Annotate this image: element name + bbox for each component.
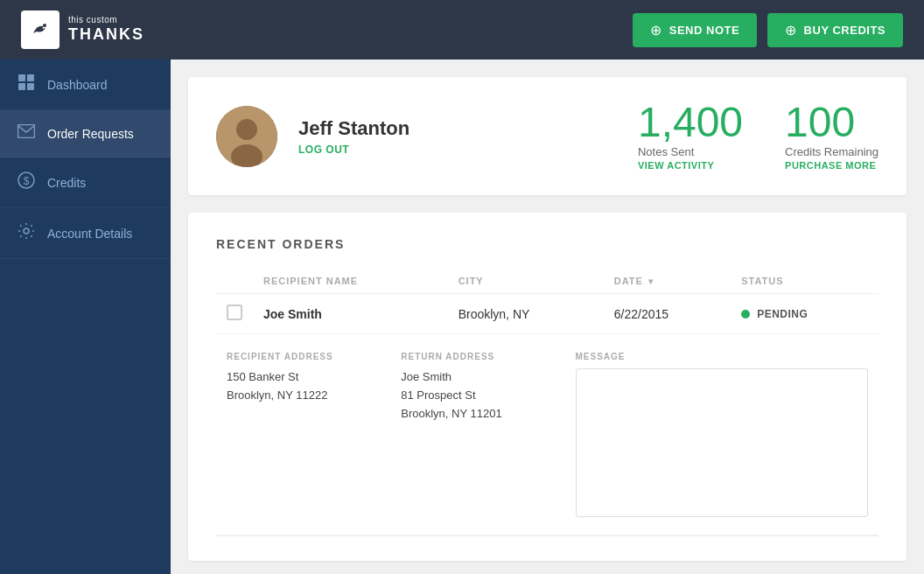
plus-circle-icon-2: ⊕ xyxy=(785,22,797,38)
date-cell: 6/22/2015 xyxy=(604,294,731,334)
logo: this custom THANKS xyxy=(21,10,144,49)
city-header: CITY xyxy=(448,269,604,294)
return-address-section: RETURN ADDRESS Joe Smith81 Prospect StBr… xyxy=(401,352,547,517)
table-header-row: RECIPIENT NAME CITY DATE ▾ STATUS xyxy=(216,269,878,294)
recipient-name: Joe Smith xyxy=(263,307,322,321)
svg-text:$: $ xyxy=(24,175,30,187)
orders-card: RECENT ORDERS RECIPIENT NAME CITY DATE ▾… xyxy=(188,213,906,561)
logo-line1: this custom xyxy=(68,15,144,25)
svg-rect-3 xyxy=(27,74,34,81)
logout-link[interactable]: LOG OUT xyxy=(298,144,617,156)
recipient-address-text: 150 Banker StBrooklyn, NY 11222 xyxy=(227,368,373,405)
sidebar-credits-label: Credits xyxy=(47,176,86,190)
return-address-text: Joe Smith81 Prospect StBrooklyn, NY 1120… xyxy=(401,368,547,423)
date-header-label: DATE xyxy=(614,276,643,286)
svg-rect-6 xyxy=(18,125,35,138)
message-section: MESSAGE xyxy=(576,352,869,517)
sidebar: Dashboard Order Requests $ Credits xyxy=(0,60,171,574)
stats-section: 1,400 Notes Sent VIEW ACTIVITY 100 Credi… xyxy=(638,102,878,171)
credits-remaining-count: 100 xyxy=(785,102,878,144)
recipient-address-label: RECIPIENT ADDRESS xyxy=(227,352,373,361)
date-header: DATE ▾ xyxy=(604,269,731,294)
buy-credits-label: BUY CREDITS xyxy=(804,24,886,37)
message-content xyxy=(576,368,869,517)
notes-sent-stat: 1,400 Notes Sent VIEW ACTIVITY xyxy=(638,102,743,171)
sidebar-item-dashboard[interactable]: Dashboard xyxy=(0,60,171,110)
avatar-image xyxy=(216,106,277,167)
orders-section-title: RECENT ORDERS xyxy=(216,237,878,251)
logo-text: this custom THANKS xyxy=(68,15,144,45)
send-note-button[interactable]: ⊕ SEND NOTE xyxy=(633,13,757,47)
svg-rect-2 xyxy=(18,74,25,81)
dollar-icon: $ xyxy=(18,172,35,193)
sidebar-account-details-label: Account Details xyxy=(47,227,132,241)
send-note-label: SEND NOTE xyxy=(669,24,739,37)
svg-rect-4 xyxy=(18,83,25,90)
credits-remaining-stat: 100 Credits Remaining PURCHASE MORE xyxy=(785,102,878,171)
logo-line2: THANKS xyxy=(68,25,144,45)
gear-icon xyxy=(18,222,35,244)
header-buttons: ⊕ SEND NOTE ⊕ BUY CREDITS xyxy=(633,13,903,47)
view-activity-link[interactable]: VIEW ACTIVITY xyxy=(638,160,743,171)
sort-icon: ▾ xyxy=(648,276,654,286)
envelope-icon xyxy=(18,124,35,143)
orders-table: RECIPIENT NAME CITY DATE ▾ STATUS xyxy=(216,269,878,536)
city-cell: Brooklyn, NY xyxy=(448,294,604,334)
svg-rect-5 xyxy=(27,83,34,90)
main-layout: Dashboard Order Requests $ Credits xyxy=(0,60,924,574)
row-checkbox-cell xyxy=(216,294,253,334)
plus-circle-icon: ⊕ xyxy=(650,22,662,38)
table-row: Joe Smith Brooklyn, NY 6/22/2015 PENDING xyxy=(216,294,878,334)
user-name: Jeff Stanton xyxy=(298,117,617,140)
dashboard-icon xyxy=(18,74,35,95)
recipient-name-cell: Joe Smith xyxy=(253,294,448,334)
status-text: PENDING xyxy=(757,308,808,320)
order-detail-row: RECIPIENT ADDRESS 150 Banker StBrooklyn,… xyxy=(216,334,878,536)
return-address-label: RETURN ADDRESS xyxy=(401,352,547,361)
app-header: this custom THANKS ⊕ SEND NOTE ⊕ BUY CRE… xyxy=(0,0,924,60)
message-label: MESSAGE xyxy=(576,352,869,361)
recipient-address-section: RECIPIENT ADDRESS 150 Banker StBrooklyn,… xyxy=(227,352,373,517)
user-info: Jeff Stanton LOG OUT xyxy=(298,117,617,156)
sidebar-item-credits[interactable]: $ Credits xyxy=(0,158,171,208)
order-detail: RECIPIENT ADDRESS 150 Banker StBrooklyn,… xyxy=(216,334,878,536)
buy-credits-button[interactable]: ⊕ BUY CREDITS xyxy=(767,13,903,47)
purchase-more-link[interactable]: PURCHASE MORE xyxy=(785,160,878,171)
sidebar-item-order-requests[interactable]: Order Requests xyxy=(0,110,171,158)
credits-remaining-label: Credits Remaining xyxy=(785,145,878,158)
svg-point-1 xyxy=(43,24,46,27)
sidebar-order-requests-label: Order Requests xyxy=(47,127,134,141)
main-content: Jeff Stanton LOG OUT 1,400 Notes Sent VI… xyxy=(171,60,924,574)
status-header: STATUS xyxy=(731,269,878,294)
status-indicator xyxy=(741,310,750,318)
sidebar-item-account-details[interactable]: Account Details xyxy=(0,208,171,259)
checkbox-col-header xyxy=(216,269,253,294)
status-cell: PENDING xyxy=(731,294,878,334)
row-checkbox[interactable] xyxy=(227,304,242,320)
sidebar-dashboard-label: Dashboard xyxy=(47,78,108,92)
recipient-name-header: RECIPIENT NAME xyxy=(253,269,448,294)
user-avatar xyxy=(216,106,277,167)
logo-icon xyxy=(21,10,60,49)
order-detail-cell: RECIPIENT ADDRESS 150 Banker StBrooklyn,… xyxy=(216,334,878,536)
svg-point-9 xyxy=(24,228,29,234)
profile-card: Jeff Stanton LOG OUT 1,400 Notes Sent VI… xyxy=(188,77,906,195)
notes-sent-count: 1,400 xyxy=(638,102,743,144)
notes-sent-label: Notes Sent xyxy=(638,145,743,158)
svg-point-11 xyxy=(236,119,257,140)
